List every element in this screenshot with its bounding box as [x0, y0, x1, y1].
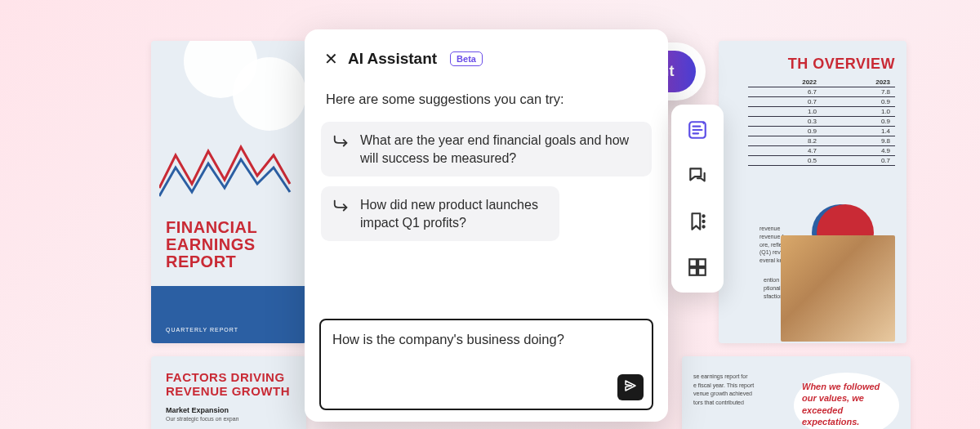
chat-input-value: How is the company's business doing?: [332, 332, 640, 347]
bookmark-icon: [687, 221, 708, 235]
svg-rect-11: [698, 268, 706, 275]
suggestion-item[interactable]: How did new product launches impact Q1 p…: [321, 186, 559, 241]
suggestion-item[interactable]: What are the year end financial goals an…: [321, 122, 652, 177]
svg-point-6: [703, 221, 705, 222]
doc-factors: FACTORS DRIVING REVENUE GROWTH Market Ex…: [151, 356, 306, 429]
doc-quote: se earnings report for e fiscal year. Th…: [682, 356, 911, 429]
suggestion-text: How did new product launches impact Q1 p…: [360, 196, 548, 231]
doc1-sub: QUARTERLY REPORT: [151, 286, 306, 343]
overview-table: 20222023 6.77.8 0.70.9 1.01.0 0.30.9 0.9…: [748, 78, 895, 166]
svg-rect-8: [689, 259, 697, 266]
doc-overview: TH OVERVIEW 20222023 6.77.8 0.70.9 1.01.…: [719, 41, 906, 343]
reply-arrow-icon: [332, 197, 350, 215]
grid-icon: [687, 266, 708, 280]
doc1-title: FINANCIAL EARNINGS REPORT: [166, 219, 257, 270]
svg-point-7: [703, 226, 705, 227]
grid-tool[interactable]: [687, 257, 708, 278]
close-icon[interactable]: ✕: [324, 49, 338, 69]
reply-arrow-icon: [332, 132, 350, 150]
svg-rect-10: [689, 268, 697, 275]
svg-point-5: [703, 215, 705, 217]
chat-tool[interactable]: [687, 165, 708, 186]
summary-tool[interactable]: [687, 119, 708, 141]
svg-rect-9: [698, 259, 706, 266]
suggestion-text: What are the year end financial goals an…: [360, 132, 640, 167]
send-button[interactable]: [617, 374, 644, 400]
bookmark-tool[interactable]: [687, 211, 708, 232]
doc2-title: TH OVERVIEW: [719, 41, 906, 78]
doc-financial-report: FINANCIAL EARNINGS REPORT QUARTERLY REPO…: [151, 41, 306, 343]
chat-input[interactable]: How is the company's business doing?: [319, 319, 653, 410]
overview-photo: [781, 235, 895, 342]
side-toolbar: [671, 105, 724, 293]
chat-icon: [687, 175, 708, 189]
send-icon: [623, 378, 638, 396]
panel-title: AI Assistant: [348, 50, 437, 68]
summary-icon: [687, 129, 708, 143]
panel-intro: Here are some suggestions you can try:: [321, 92, 652, 107]
beta-badge: Beta: [450, 51, 483, 66]
ai-assistant-panel: ✕ AI Assistant Beta Here are some sugges…: [305, 29, 668, 422]
